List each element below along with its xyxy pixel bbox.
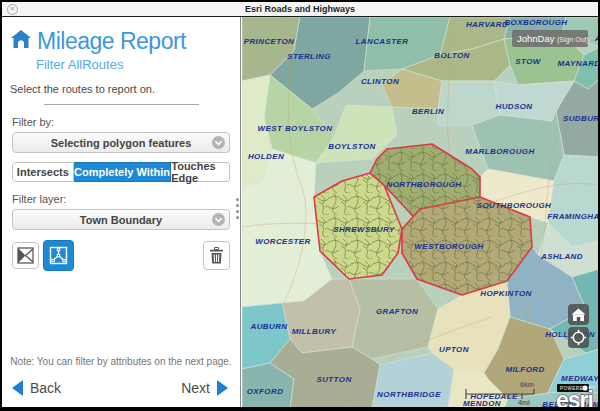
- chevron-down-icon: [212, 136, 225, 149]
- select-features-button[interactable]: [43, 240, 74, 271]
- window-title: Esri Roads and Highways: [245, 4, 355, 14]
- arrow-left-icon: [12, 380, 23, 396]
- chevron-down-icon: [212, 213, 225, 226]
- svg-text:ACTON: ACTON: [594, 34, 600, 43]
- svg-text:UPTON: UPTON: [439, 345, 469, 354]
- svg-text:MEDWAY: MEDWAY: [561, 374, 599, 383]
- back-label: Back: [30, 380, 61, 396]
- mileage-report-panel: Mileage Report Filter AllRoutes Select t…: [2, 17, 241, 407]
- svg-text:FRAMINGHAM: FRAMINGHAM: [547, 212, 600, 221]
- panel-description: Select the routes to report on.: [10, 83, 232, 95]
- filter-by-label: Filter by:: [12, 116, 230, 128]
- svg-text:HOPKINTON: HOPKINTON: [480, 289, 531, 298]
- title-bar: ✕ Esri Roads and Highways: [2, 2, 598, 17]
- clear-selection-button[interactable]: [203, 241, 230, 270]
- svg-text:SUDBURY: SUDBURY: [563, 114, 600, 123]
- svg-text:HARVARD: HARVARD: [466, 20, 508, 29]
- svg-text:PRINCETON: PRINCETON: [244, 37, 295, 46]
- svg-text:HUDSON: HUDSON: [495, 102, 532, 111]
- scale-km: 6km: [520, 381, 534, 388]
- svg-text:WORCESTER: WORCESTER: [255, 237, 311, 246]
- filter-layer-value: Town Boundary: [80, 214, 162, 226]
- esri-logo: POWERED BY esri: [556, 384, 596, 409]
- arrow-right-icon: [217, 380, 228, 396]
- map-area: PRINCETON STERLING LANCASTER HARVARD BOX…: [242, 17, 598, 407]
- svg-text:SHREWSBURY: SHREWSBURY: [333, 225, 395, 234]
- svg-text:WESTBOROUGH: WESTBOROUGH: [414, 242, 483, 251]
- svg-text:BOLTON: BOLTON: [434, 51, 469, 60]
- svg-text:BOXBOROUGH: BOXBOROUGH: [504, 18, 567, 27]
- sign-out-link[interactable]: (Sign Out): [557, 36, 589, 44]
- trash-icon: [209, 247, 224, 264]
- touches-edge-button[interactable]: Touches Edge: [171, 162, 230, 182]
- spatial-relation-buttons: Intersects Completely Within Touches Edg…: [12, 162, 230, 182]
- close-icon[interactable]: ✕: [7, 4, 18, 15]
- panel-resize-handle[interactable]: [236, 198, 239, 219]
- svg-text:MENDON: MENDON: [463, 399, 501, 408]
- filter-layer-dropdown[interactable]: Town Boundary: [12, 209, 230, 230]
- filter-method-value: Selecting polygon features: [51, 137, 192, 149]
- svg-text:SUTTON: SUTTON: [316, 375, 351, 384]
- svg-text:MILLBURY: MILLBURY: [292, 327, 337, 336]
- svg-text:MARLBOROUGH: MARLBOROUGH: [465, 147, 534, 156]
- page-title: Mileage Report: [37, 30, 186, 53]
- user-badge[interactable]: JohnDay (Sign Out): [512, 30, 589, 47]
- svg-text:BERLIN: BERLIN: [412, 107, 444, 116]
- svg-text:ASHLAND: ASHLAND: [540, 252, 583, 261]
- svg-text:NORTHBOROUGH: NORTHBOROUGH: [387, 180, 462, 189]
- scale-mi: 4mi: [518, 399, 530, 406]
- select-by-polygon-button[interactable]: [12, 242, 39, 269]
- filter-method-dropdown[interactable]: Selecting polygon features: [12, 132, 230, 153]
- intersects-button[interactable]: Intersects: [12, 162, 74, 182]
- svg-text:CLINTON: CLINTON: [361, 77, 399, 86]
- next-label: Next: [181, 380, 210, 396]
- svg-text:WEST BOYLSTON: WEST BOYLSTON: [258, 124, 333, 133]
- filter-layer-label: Filter layer:: [12, 193, 230, 205]
- feature-select-icon: [49, 246, 68, 265]
- svg-text:STERLING: STERLING: [287, 52, 331, 61]
- user-name: JohnDay: [517, 33, 555, 44]
- divider: [44, 104, 199, 105]
- app-window: ✕ Esri Roads and Highways Mileage Report…: [0, 0, 600, 411]
- svg-text:NORTHBRIDGE: NORTHBRIDGE: [377, 390, 441, 399]
- svg-text:LANCASTER: LANCASTER: [356, 37, 409, 46]
- completely-within-button[interactable]: Completely Within: [74, 162, 172, 182]
- svg-text:BOYLSTON: BOYLSTON: [328, 142, 376, 151]
- town-grafton: [349, 279, 438, 359]
- svg-text:HOLDEN: HOLDEN: [248, 152, 284, 161]
- svg-text:AUBURN: AUBURN: [249, 322, 287, 331]
- svg-text:MILFORD: MILFORD: [505, 365, 544, 374]
- home-extent-button[interactable]: [568, 304, 589, 325]
- page-subtitle: Filter AllRoutes: [36, 57, 240, 72]
- town-northbridge: [372, 353, 454, 409]
- home-icon: [10, 29, 32, 53]
- polygon-select-icon: [17, 247, 34, 264]
- back-button[interactable]: Back: [12, 380, 61, 396]
- next-button[interactable]: Next: [181, 380, 228, 396]
- locate-button[interactable]: [568, 327, 589, 348]
- note-text: Note: You can filter by attributes on th…: [2, 356, 240, 367]
- map-canvas[interactable]: PRINCETON STERLING LANCASTER HARVARD BOX…: [242, 17, 600, 409]
- svg-text:MAYNARD: MAYNARD: [557, 59, 600, 68]
- esri-brand: esri: [556, 387, 593, 409]
- svg-text:SOUTHBOROUGH: SOUTHBOROUGH: [477, 201, 552, 210]
- svg-text:STOW: STOW: [515, 57, 542, 66]
- svg-text:GRAFTON: GRAFTON: [376, 307, 418, 316]
- svg-text:OXFORD: OXFORD: [247, 387, 284, 396]
